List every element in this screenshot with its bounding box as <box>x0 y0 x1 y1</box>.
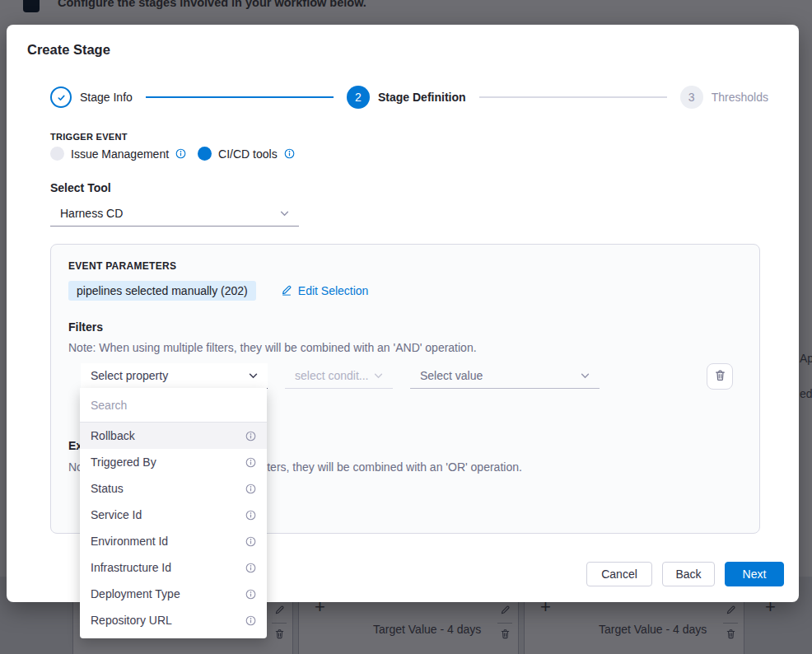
select-tool-label: Select Tool <box>50 181 111 194</box>
condition-select[interactable]: select condit... <box>285 363 393 389</box>
info-icon[interactable] <box>245 589 256 600</box>
radio-unchecked <box>50 147 64 161</box>
menu-item-label: Rollback <box>91 429 135 442</box>
menu-item-label: Infrastructure Id <box>91 561 171 574</box>
stepper-connector <box>479 96 667 98</box>
trigger-event-label: TRIGGER EVENT <box>50 132 128 142</box>
menu-item-label: Status <box>91 482 124 495</box>
property-dropdown-menu: Rollback Triggered By Status Service Id … <box>80 388 267 638</box>
trash-icon <box>714 369 726 384</box>
delete-filter-button[interactable] <box>707 363 733 390</box>
radio-issue-management[interactable]: Issue Management <box>50 147 186 161</box>
value-select-placeholder: Select value <box>420 369 483 382</box>
search-input[interactable] <box>80 388 267 422</box>
info-icon[interactable] <box>245 615 256 626</box>
event-parameters-title: EVENT PARAMETERS <box>68 260 176 272</box>
filters-note: Note: When using multiple filters, they … <box>68 341 477 354</box>
menu-item-label: Environment Id <box>91 535 168 548</box>
menu-item-label: Service Id <box>91 508 142 521</box>
selection-chip: pipelines selected manually (202) <box>68 281 256 301</box>
menu-item-label: Triggered By <box>91 455 156 469</box>
info-icon[interactable] <box>175 148 186 159</box>
edit-selection-link[interactable]: Edit Selection <box>281 284 369 298</box>
step-number: 2 <box>347 86 370 109</box>
radio-label: CI/CD tools <box>218 147 278 161</box>
menu-item-environment-id[interactable]: Environment Id <box>80 528 267 554</box>
tool-select-value: Harness CD <box>60 207 123 220</box>
tool-select[interactable]: Harness CD <box>50 201 299 227</box>
radio-checked <box>198 147 212 161</box>
filter-row: Select property select condit... Select … <box>81 363 733 390</box>
check-icon <box>50 86 72 108</box>
edit-icon <box>281 284 292 298</box>
back-button[interactable]: Back <box>662 562 715 586</box>
radio-label: Issue Management <box>71 147 169 161</box>
next-button[interactable]: Next <box>725 562 784 586</box>
step-label: Stage Info <box>80 91 133 104</box>
step-number: 3 <box>680 86 703 109</box>
dialog-title: Create Stage <box>27 42 110 58</box>
create-stage-dialog: Create Stage Stage Info 2 Stage Definiti… <box>7 25 799 602</box>
menu-item-label: Repository URL <box>91 614 172 627</box>
dialog-footer: Cancel Back Next <box>586 562 784 586</box>
filters-title: Filters <box>68 320 103 334</box>
menu-item-service-id[interactable]: Service Id <box>80 502 267 528</box>
step-stage-info[interactable]: Stage Info <box>50 86 133 108</box>
info-icon[interactable] <box>245 510 256 521</box>
stepper: Stage Info 2 Stage Definition 3 Threshol… <box>50 86 768 109</box>
chevron-down-icon <box>581 373 590 379</box>
info-icon[interactable] <box>245 563 256 573</box>
chevron-down-icon <box>249 373 258 379</box>
selection-row: pipelines selected manually (202) Edit S… <box>68 281 368 301</box>
info-icon[interactable] <box>284 148 295 159</box>
trigger-event-options: Issue Management CI/CD tools <box>50 147 295 161</box>
menu-item-label: Deployment Type <box>91 587 180 600</box>
menu-item-repository-url[interactable]: Repository URL <box>80 607 267 633</box>
radio-cicd-tools[interactable]: CI/CD tools <box>198 147 295 161</box>
stepper-connector <box>146 96 334 98</box>
info-icon[interactable] <box>245 483 256 494</box>
chevron-down-icon <box>374 373 383 379</box>
property-select-placeholder: Select property <box>91 369 168 382</box>
edit-selection-label: Edit Selection <box>298 284 369 297</box>
step-stage-definition[interactable]: 2 Stage Definition <box>347 86 466 109</box>
cancel-button[interactable]: Cancel <box>586 562 652 586</box>
step-label: Stage Definition <box>378 91 466 104</box>
chevron-down-icon <box>280 211 289 217</box>
info-icon[interactable] <box>245 536 256 547</box>
info-icon[interactable] <box>245 457 256 468</box>
info-icon[interactable] <box>245 431 256 441</box>
menu-item-status[interactable]: Status <box>80 475 267 502</box>
value-select[interactable]: Select value <box>410 363 600 389</box>
menu-item-rollback[interactable]: Rollback <box>80 423 267 449</box>
menu-item-infrastructure-id[interactable]: Infrastructure Id <box>80 554 267 581</box>
menu-item-deployment-type[interactable]: Deployment Type <box>80 581 267 607</box>
condition-select-placeholder: select condit... <box>295 369 369 382</box>
menu-item-triggered-by[interactable]: Triggered By <box>80 449 267 475</box>
step-label: Thresholds <box>712 91 768 104</box>
property-select[interactable]: Select property <box>81 363 268 389</box>
dropdown-search-row <box>80 388 267 423</box>
step-thresholds[interactable]: 3 Thresholds <box>680 86 768 109</box>
